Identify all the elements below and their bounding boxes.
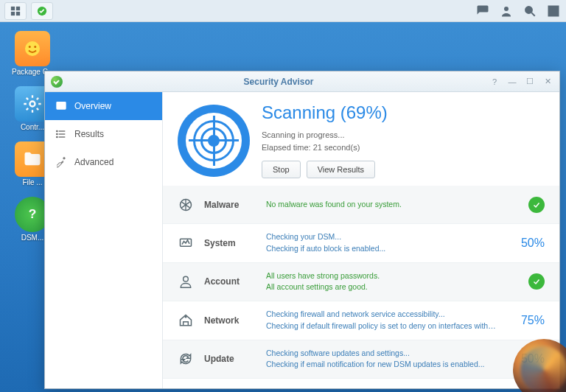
category-status <box>508 197 545 213</box>
svg-point-13 <box>34 46 36 48</box>
category-messages: Checking firewall and network service ac… <box>266 309 497 332</box>
svg-rect-16 <box>57 102 66 109</box>
category-row-malware: MalwareNo malware was found on your syst… <box>163 186 559 224</box>
category-status: 50% <box>508 352 545 365</box>
category-messages: No malware was found on your system. <box>266 199 497 211</box>
category-messages: Checking your DSM...Checking if auto blo… <box>266 231 497 255</box>
scan-progress-text: Scanning in progress... <box>262 129 388 141</box>
app-icon <box>51 76 63 88</box>
security-advisor-window: Security Advisor ? — ☐ ✕ Overview Result… <box>44 71 560 389</box>
svg-point-12 <box>29 46 31 48</box>
user-icon[interactable] <box>498 3 514 19</box>
sidebar: Overview Results Advanced <box>45 92 163 388</box>
scan-heading: Scanning (69%) <box>262 102 388 123</box>
svg-point-27 <box>184 277 189 282</box>
sidebar-item-label: Results <box>74 129 104 139</box>
scan-target-icon <box>178 105 250 177</box>
security-advisor-taskbar-button[interactable] <box>31 2 53 20</box>
category-row-update: UpdateChecking software updates and sett… <box>163 340 559 379</box>
category-status: 75% <box>508 314 545 327</box>
minimize-button[interactable]: — <box>506 76 518 88</box>
category-messages: All users have strong passwords.All acco… <box>266 270 497 294</box>
svg-point-11 <box>25 41 40 56</box>
tools-icon <box>55 156 67 168</box>
list-icon <box>55 128 67 140</box>
category-row-network: NetworkChecking firewall and network ser… <box>163 301 559 340</box>
stop-button[interactable]: Stop <box>262 161 301 178</box>
svg-text:?: ? <box>29 206 37 221</box>
sidebar-item-label: Advanced <box>74 157 113 167</box>
category-name: Malware <box>204 200 256 210</box>
sidebar-item-advanced[interactable]: Advanced <box>45 148 162 176</box>
sidebar-item-results[interactable]: Results <box>45 120 162 148</box>
system-icon <box>178 235 194 251</box>
category-status <box>508 273 545 290</box>
svg-point-28 <box>185 316 186 318</box>
category-row-account: AccountAll users have strong passwords.A… <box>163 263 559 302</box>
malware-icon <box>178 197 194 213</box>
close-button[interactable]: ✕ <box>542 76 553 88</box>
svg-point-22 <box>57 130 57 131</box>
scan-elapsed-text: Elapsed time: 21 second(s) <box>262 141 388 154</box>
window-title: Security Advisor <box>69 77 489 87</box>
check-icon <box>528 273 545 290</box>
grid-icon <box>10 6 21 16</box>
category-name: Update <box>204 354 256 364</box>
apps-menu-button[interactable] <box>4 2 27 20</box>
scan-header: Scanning (69%) Scanning in progress... E… <box>163 92 559 186</box>
svg-rect-1 <box>16 6 20 10</box>
overview-icon <box>55 100 67 112</box>
svg-rect-0 <box>11 6 15 10</box>
svg-point-23 <box>57 133 57 134</box>
maximize-button[interactable]: ☐ <box>524 76 536 88</box>
widgets-icon[interactable] <box>545 3 562 19</box>
update-icon <box>178 351 194 367</box>
network-icon <box>178 312 194 329</box>
category-status: 50% <box>508 237 545 250</box>
taskbar <box>0 0 566 22</box>
shield-check-icon <box>37 6 47 16</box>
desktop-icon-package-center[interactable]: Package C... <box>10 31 55 76</box>
account-icon <box>178 273 194 290</box>
check-icon <box>528 197 545 213</box>
titlebar[interactable]: Security Advisor ? — ☐ ✕ <box>45 71 559 92</box>
svg-rect-3 <box>16 11 20 15</box>
category-row-system: SystemChecking your DSM...Checking if au… <box>163 224 559 263</box>
category-name: Network <box>204 315 256 326</box>
category-name: Account <box>204 276 256 287</box>
svg-point-14 <box>30 102 35 107</box>
category-name: System <box>204 238 256 248</box>
notifications-icon[interactable] <box>475 3 491 19</box>
svg-point-5 <box>504 7 509 11</box>
svg-line-7 <box>531 13 535 16</box>
main-panel: Scanning (69%) Scanning in progress... E… <box>163 92 559 388</box>
sidebar-item-label: Overview <box>74 101 111 111</box>
help-button[interactable]: ? <box>489 76 500 88</box>
search-icon[interactable] <box>522 3 538 19</box>
view-results-button[interactable]: View Results <box>307 161 375 178</box>
category-messages: Checking software updates and settings..… <box>266 348 497 371</box>
svg-point-6 <box>525 7 532 13</box>
svg-rect-2 <box>11 11 15 15</box>
sidebar-item-overview[interactable]: Overview <box>45 92 162 120</box>
svg-point-24 <box>57 136 57 137</box>
category-list: MalwareNo malware was found on your syst… <box>163 186 559 388</box>
